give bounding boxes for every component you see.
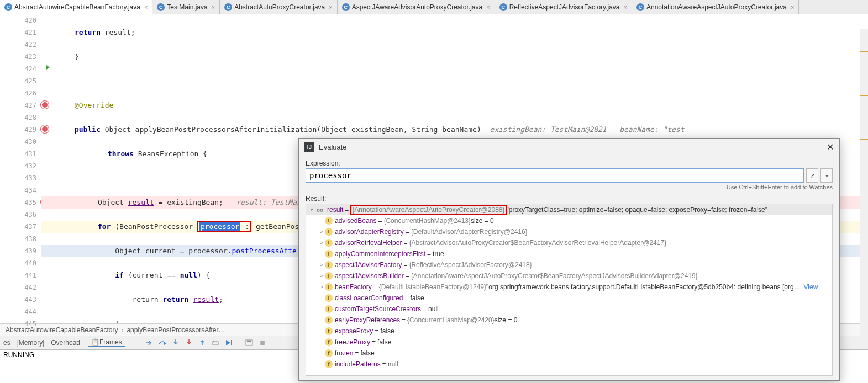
tab-file-2[interactable]: CAbstractAutoProxyCreator.java× xyxy=(220,0,338,14)
field-icon: f xyxy=(325,250,333,258)
minimize-icon[interactable]: — xyxy=(129,339,135,347)
debug-tab-frames[interactable]: 📋 Frames xyxy=(88,338,125,347)
object-icon: oo xyxy=(315,206,325,214)
view-link[interactable]: View xyxy=(804,283,818,291)
svg-rect-3 xyxy=(247,341,251,342)
hint-text: Use Ctrl+Shift+Enter to add to Watches xyxy=(306,184,833,190)
close-icon[interactable]: ✕ xyxy=(827,142,834,152)
editor-scrollbar[interactable] xyxy=(860,29,868,338)
drop-frame-button[interactable] xyxy=(209,336,222,349)
tab-file-5[interactable]: CAnnotationAwareAspectJAutoProxyCreator.… xyxy=(632,0,799,14)
field-icon: f xyxy=(325,316,333,324)
tree-field[interactable]: ffreezeProxy = false xyxy=(306,337,832,348)
svg-rect-1 xyxy=(231,340,232,345)
tab-file-1[interactable]: CTestMain.java× xyxy=(152,0,220,14)
editor-tabs: CAbstractAutowireCapableBeanFactory.java… xyxy=(0,0,868,14)
field-icon: f xyxy=(325,349,333,357)
field-icon: f xyxy=(325,217,333,225)
tree-field[interactable]: fclassLoaderConfigured = false xyxy=(306,292,832,304)
tree-field[interactable]: >faspectJAdvisorFactory = {ReflectiveAsp… xyxy=(306,259,832,270)
step-out-button[interactable] xyxy=(196,336,209,349)
field-icon: f xyxy=(325,294,333,302)
step-into-button[interactable] xyxy=(169,336,182,349)
tree-field[interactable]: fexposeProxy = false xyxy=(306,326,832,337)
class-icon: C xyxy=(636,3,644,11)
close-icon[interactable]: × xyxy=(144,4,148,10)
force-step-into-button[interactable] xyxy=(182,336,196,349)
evaluate-expression-button[interactable] xyxy=(243,336,256,349)
field-icon: f xyxy=(325,360,333,368)
tree-field[interactable]: fearlyProxyReferences = {ConcurrentHashM… xyxy=(306,315,832,326)
tree-field[interactable]: >fadvisorAdapterRegistry = {DefaultAdvis… xyxy=(306,226,832,237)
history-dropdown-icon[interactable]: ▾ xyxy=(820,168,833,183)
class-icon: C xyxy=(342,3,350,11)
result-tree[interactable]: ▾oo result= {AnnotationAwareAspectJAutoP… xyxy=(306,204,833,376)
app-icon: IJ xyxy=(304,142,314,152)
tree-field[interactable]: >fbeanFactory = {DefaultListableBeanFact… xyxy=(306,281,832,292)
close-icon[interactable]: × xyxy=(486,4,490,10)
tree-field[interactable]: fapplyCommonInterceptorsFirst = true xyxy=(306,248,832,259)
dialog-titlebar[interactable]: IJ Evaluate ✕ xyxy=(299,139,839,155)
field-icon: f xyxy=(325,228,333,236)
class-icon: C xyxy=(499,3,507,11)
tree-field[interactable]: ffrozen = false xyxy=(306,348,832,359)
field-icon: f xyxy=(325,261,333,269)
expression-label: Expression: xyxy=(306,159,833,167)
field-icon: f xyxy=(325,239,333,247)
tree-field[interactable]: >faspectJAdvisorsBuilder = {AnnotationAw… xyxy=(306,270,832,281)
field-icon: f xyxy=(325,327,333,335)
tree-field[interactable]: fincludePatterns = null xyxy=(306,359,832,370)
run-to-cursor-button[interactable] xyxy=(222,336,235,349)
tree-field[interactable]: >fadvisorRetrievalHelper = {AbstractAdvi… xyxy=(306,237,832,248)
tree-field[interactable]: fadvisedBeans = {ConcurrentHashMap@2413}… xyxy=(306,215,832,226)
svg-rect-0 xyxy=(213,342,218,345)
svg-rect-2 xyxy=(246,340,252,345)
field-icon: f xyxy=(325,338,333,346)
step-over-button[interactable] xyxy=(156,336,169,349)
field-icon: f xyxy=(325,283,333,291)
breadcrumb-method[interactable]: applyBeanPostProcessorsAfter… xyxy=(127,326,225,334)
result-label: Result: xyxy=(306,195,833,203)
close-icon[interactable]: × xyxy=(212,4,215,10)
close-icon[interactable]: × xyxy=(624,4,627,10)
show-execution-point-button[interactable] xyxy=(143,336,156,349)
tree-field[interactable]: fcustomTargetSourceCreators = null xyxy=(306,304,832,315)
class-icon: C xyxy=(157,3,165,11)
evaluate-dialog: IJ Evaluate ✕ Expression: ⤢ ▾ Use Ctrl+S… xyxy=(298,138,840,381)
gutter[interactable]: 420421422423 424 425426 427 428 429 4304… xyxy=(0,14,41,323)
close-icon[interactable]: × xyxy=(791,4,794,10)
close-icon[interactable]: × xyxy=(329,4,332,10)
tab-file-3[interactable]: CAspectJAwareAdvisorAutoProxyCreator.jav… xyxy=(338,0,495,14)
tab-file-0[interactable]: CAbstractAutowireCapableBeanFactory.java… xyxy=(0,0,152,14)
class-icon: C xyxy=(224,3,232,11)
field-icon: f xyxy=(325,305,333,313)
expression-input[interactable] xyxy=(306,168,804,183)
field-icon: f xyxy=(325,272,333,280)
dialog-title: Evaluate xyxy=(319,143,827,151)
tab-file-4[interactable]: CReflectiveAspectJAdvisorFactory.java× xyxy=(495,0,632,14)
debug-tab-overhead[interactable]: Overhead xyxy=(48,336,83,349)
trace-button[interactable]: ≣ xyxy=(256,336,269,349)
expand-icon[interactable]: ⤢ xyxy=(806,168,818,183)
chevron-right-icon: › xyxy=(121,326,123,334)
class-icon: C xyxy=(4,3,12,11)
tree-root[interactable]: ▾oo result= {AnnotationAwareAspectJAutoP… xyxy=(306,204,832,215)
debug-tab-memory[interactable]: | Memory | xyxy=(14,336,48,349)
debug-tab-es[interactable]: es xyxy=(0,336,14,349)
